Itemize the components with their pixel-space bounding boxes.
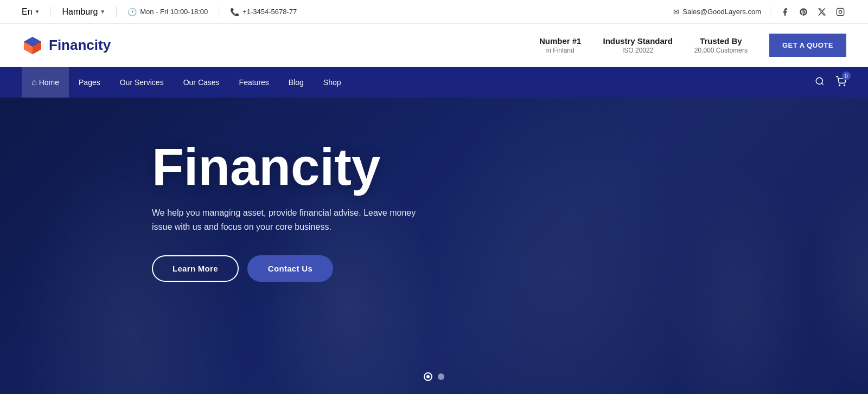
hero-buttons: Learn More Contact Us xyxy=(152,255,868,282)
svg-point-1 xyxy=(839,10,841,13)
nav-cases-label: Our Cases xyxy=(183,78,220,87)
language-arrow: ▼ xyxy=(35,9,40,15)
home-icon: ⌂ xyxy=(31,77,37,87)
logo-icon xyxy=(22,35,43,56)
hero-dots xyxy=(424,372,444,381)
phone-icon: 📞 xyxy=(230,8,239,16)
slide-dot-1[interactable] xyxy=(424,372,432,381)
instagram-icon[interactable] xyxy=(834,6,846,18)
nav-features-label: Features xyxy=(239,78,269,87)
nav-links: ⌂ Home Pages Our Services Our Cases Feat… xyxy=(22,67,351,98)
learn-more-button[interactable]: Learn More xyxy=(152,255,239,282)
social-icons xyxy=(779,6,846,18)
svg-rect-0 xyxy=(837,8,844,15)
phone-item[interactable]: 📞 +1-3454-5678-77 xyxy=(230,8,297,16)
stat-number1: Number #1 in Finland xyxy=(539,36,582,54)
divider xyxy=(50,7,51,17)
nav-item-cases[interactable]: Our Cases xyxy=(174,67,229,98)
slide-dot-2[interactable] xyxy=(438,373,444,380)
header-stats: Number #1 in Finland Industry Standard I… xyxy=(539,34,846,57)
email-text: Sales@GoodLayers.com xyxy=(682,8,761,16)
svg-point-2 xyxy=(842,9,843,10)
main-nav: ⌂ Home Pages Our Services Our Cases Feat… xyxy=(0,67,868,98)
nav-item-shop[interactable]: Shop xyxy=(314,67,351,98)
contact-us-button[interactable]: Contact Us xyxy=(247,255,333,282)
pinterest-icon[interactable] xyxy=(797,6,809,18)
top-bar-left: En ▼ Hamburg ▼ 🕐 Mon - Fri 10:00-18:00 📞… xyxy=(22,7,297,17)
nav-item-blog[interactable]: Blog xyxy=(279,67,314,98)
nav-item-services[interactable]: Our Services xyxy=(110,67,174,98)
stat-trusted: Trusted By 20,000 Customers xyxy=(694,36,748,54)
header: Financity Number #1 in Finland Industry … xyxy=(0,24,868,67)
logo-text: Financity xyxy=(49,37,111,54)
svg-point-7 xyxy=(816,77,822,84)
email-icon: ✉ xyxy=(673,8,679,16)
nav-blog-label: Blog xyxy=(289,78,304,87)
hero-subtitle: We help you managing asset, provide fina… xyxy=(152,206,434,234)
get-quote-button[interactable]: GET A QUOTE xyxy=(769,34,846,57)
stat-trusted-subtitle: 20,000 Customers xyxy=(694,47,748,54)
location-arrow: ▼ xyxy=(100,9,105,15)
hours-item: 🕐 Mon - Fri 10:00-18:00 xyxy=(127,8,208,16)
stat-number1-title: Number #1 xyxy=(539,36,582,46)
divider3 xyxy=(219,7,219,17)
language-label: En xyxy=(22,7,33,17)
nav-pages-label: Pages xyxy=(79,78,100,87)
logo-area[interactable]: Financity xyxy=(22,35,111,56)
nav-shop-label: Shop xyxy=(323,78,341,87)
divider4 xyxy=(770,7,770,17)
clock-icon: 🕐 xyxy=(127,8,137,16)
stat-trusted-title: Trusted By xyxy=(694,36,748,46)
search-icon[interactable] xyxy=(815,76,825,88)
nav-services-label: Our Services xyxy=(120,78,164,87)
twitter-x-icon[interactable] xyxy=(816,6,828,18)
svg-point-10 xyxy=(844,85,845,86)
nav-item-pages[interactable]: Pages xyxy=(69,67,110,98)
phone-text: +1-3454-5678-77 xyxy=(242,8,297,16)
cart-badge: 0 xyxy=(842,72,851,80)
nav-right: 0 xyxy=(815,76,846,89)
hero-content: Financity We help you managing asset, pr… xyxy=(0,98,868,282)
location-selector[interactable]: Hamburg ▼ xyxy=(62,7,105,17)
location-label: Hamburg xyxy=(62,7,98,17)
hero-section: Financity We help you managing asset, pr… xyxy=(0,98,868,394)
hero-title: Financity xyxy=(152,141,868,193)
cart-wrapper[interactable]: 0 xyxy=(835,76,846,89)
hours-text: Mon - Fri 10:00-18:00 xyxy=(140,8,208,16)
language-selector[interactable]: En ▼ xyxy=(22,7,40,17)
divider2 xyxy=(116,7,117,17)
facebook-icon[interactable] xyxy=(779,6,791,18)
stat-iso-title: Industry Standard xyxy=(603,36,672,46)
svg-point-9 xyxy=(839,85,840,86)
nav-home-label: Home xyxy=(39,78,59,87)
email-item[interactable]: ✉ Sales@GoodLayers.com xyxy=(673,8,761,16)
stat-iso-subtitle: ISO 20022 xyxy=(603,47,672,54)
nav-item-home[interactable]: ⌂ Home xyxy=(22,67,69,98)
nav-item-features[interactable]: Features xyxy=(229,67,279,98)
svg-line-8 xyxy=(821,83,823,85)
stat-iso: Industry Standard ISO 20022 xyxy=(603,36,672,54)
top-bar: En ▼ Hamburg ▼ 🕐 Mon - Fri 10:00-18:00 📞… xyxy=(0,0,868,24)
top-bar-right: ✉ Sales@GoodLayers.com xyxy=(673,6,846,18)
stat-number1-subtitle: in Finland xyxy=(539,47,582,54)
